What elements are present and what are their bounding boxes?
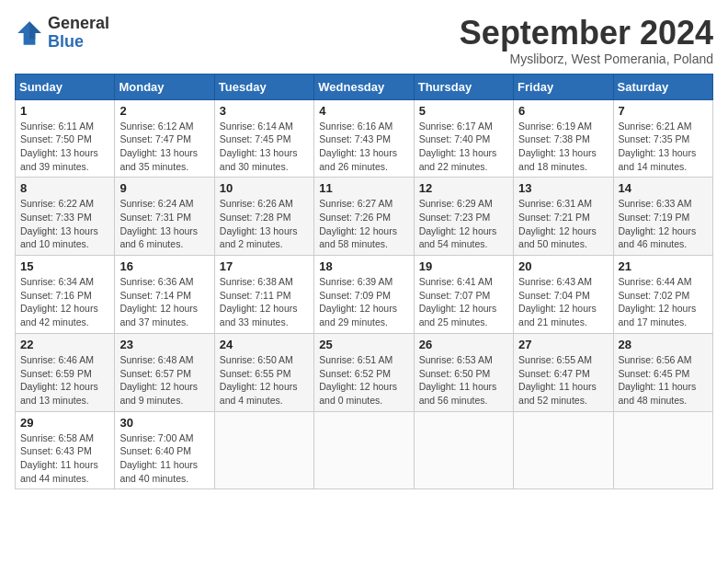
day-info: Sunrise: 6:12 AM Sunset: 7:47 PM Dayligh… — [119, 120, 209, 174]
day-info: Sunrise: 6:53 AM Sunset: 6:50 PM Dayligh… — [419, 353, 508, 408]
calendar-cell: 1Sunrise: 6:11 AM Sunset: 7:50 PM Daylig… — [16, 99, 115, 178]
day-number: 8 — [20, 181, 109, 195]
day-number: 28 — [619, 338, 708, 351]
calendar-cell: 23Sunrise: 6:48 AM Sunset: 6:57 PM Dayli… — [115, 333, 214, 411]
location-subtitle: Mysliborz, West Pomerania, Poland — [460, 52, 713, 66]
day-info: Sunrise: 6:50 AM Sunset: 6:55 PM Dayligh… — [220, 353, 309, 408]
logo-general: General — [48, 14, 109, 32]
weekday-header-tuesday: Tuesday — [214, 74, 313, 99]
day-info: Sunrise: 6:55 AM Sunset: 6:47 PM Dayligh… — [518, 353, 608, 408]
day-number: 11 — [319, 181, 408, 195]
day-info: Sunrise: 6:34 AM Sunset: 7:16 PM Dayligh… — [20, 275, 109, 329]
calendar-cell: 2Sunrise: 6:12 AM Sunset: 7:47 PM Daylig… — [115, 99, 214, 178]
day-info: Sunrise: 6:14 AM Sunset: 7:45 PM Dayligh… — [220, 120, 309, 174]
day-info: Sunrise: 6:22 AM Sunset: 7:33 PM Dayligh… — [20, 197, 109, 251]
calendar-body: 1Sunrise: 6:11 AM Sunset: 7:50 PM Daylig… — [16, 99, 713, 489]
calendar-header: SundayMondayTuesdayWednesdayThursdayFrid… — [16, 74, 713, 99]
calendar-cell: 11Sunrise: 6:27 AM Sunset: 7:26 PM Dayli… — [314, 178, 414, 256]
calendar-cell: 8Sunrise: 6:22 AM Sunset: 7:33 PM Daylig… — [16, 178, 115, 256]
day-info: Sunrise: 6:19 AM Sunset: 7:38 PM Dayligh… — [518, 120, 608, 174]
calendar-cell: 17Sunrise: 6:38 AM Sunset: 7:11 PM Dayli… — [214, 256, 313, 334]
day-number: 3 — [220, 104, 309, 118]
calendar-cell: 19Sunrise: 6:41 AM Sunset: 7:07 PM Dayli… — [414, 256, 513, 334]
day-info: Sunrise: 6:21 AM Sunset: 7:35 PM Dayligh… — [619, 120, 708, 174]
calendar-cell: 21Sunrise: 6:44 AM Sunset: 7:02 PM Dayli… — [613, 256, 712, 334]
calendar-week-1: 1Sunrise: 6:11 AM Sunset: 7:50 PM Daylig… — [16, 99, 713, 178]
day-info: Sunrise: 6:46 AM Sunset: 6:59 PM Dayligh… — [20, 353, 109, 408]
day-number: 26 — [419, 338, 508, 351]
day-info: Sunrise: 6:26 AM Sunset: 7:28 PM Dayligh… — [220, 197, 309, 251]
day-number: 22 — [20, 338, 109, 351]
day-info: Sunrise: 7:00 AM Sunset: 6:40 PM Dayligh… — [119, 431, 209, 486]
calendar-table: SundayMondayTuesdayWednesdayThursdayFrid… — [15, 74, 713, 490]
day-info: Sunrise: 6:11 AM Sunset: 7:50 PM Dayligh… — [20, 120, 109, 174]
month-title: September 2024 — [460, 15, 713, 52]
day-info: Sunrise: 6:27 AM Sunset: 7:26 PM Dayligh… — [319, 197, 408, 251]
logo: General Blue — [15, 15, 109, 52]
calendar-cell — [613, 411, 712, 489]
day-number: 1 — [20, 104, 109, 118]
weekday-header-friday: Friday — [514, 74, 613, 99]
calendar-cell: 27Sunrise: 6:55 AM Sunset: 6:47 PM Dayli… — [514, 333, 613, 411]
day-info: Sunrise: 6:16 AM Sunset: 7:43 PM Dayligh… — [319, 120, 408, 174]
day-info: Sunrise: 6:48 AM Sunset: 6:57 PM Dayligh… — [119, 353, 209, 408]
calendar-cell: 3Sunrise: 6:14 AM Sunset: 7:45 PM Daylig… — [214, 99, 313, 178]
calendar-week-5: 29Sunrise: 6:58 AM Sunset: 6:43 PM Dayli… — [16, 411, 713, 489]
day-info: Sunrise: 6:41 AM Sunset: 7:07 PM Dayligh… — [419, 275, 508, 329]
title-block: September 2024 Mysliborz, West Pomerania… — [460, 15, 713, 66]
calendar-cell: 20Sunrise: 6:43 AM Sunset: 7:04 PM Dayli… — [514, 256, 613, 334]
day-number: 20 — [518, 259, 608, 273]
calendar-cell: 6Sunrise: 6:19 AM Sunset: 7:38 PM Daylig… — [514, 99, 613, 178]
day-number: 12 — [419, 181, 508, 195]
day-info: Sunrise: 6:36 AM Sunset: 7:14 PM Dayligh… — [119, 275, 209, 329]
calendar-cell: 29Sunrise: 6:58 AM Sunset: 6:43 PM Dayli… — [16, 411, 115, 489]
calendar-cell: 18Sunrise: 6:39 AM Sunset: 7:09 PM Dayli… — [314, 256, 414, 334]
calendar-cell — [414, 411, 513, 489]
day-number: 15 — [20, 259, 109, 273]
calendar-cell: 24Sunrise: 6:50 AM Sunset: 6:55 PM Dayli… — [214, 333, 313, 411]
day-info: Sunrise: 6:17 AM Sunset: 7:40 PM Dayligh… — [419, 120, 508, 174]
calendar-cell: 28Sunrise: 6:56 AM Sunset: 6:45 PM Dayli… — [613, 333, 712, 411]
day-number: 29 — [20, 416, 109, 430]
calendar-cell: 30Sunrise: 7:00 AM Sunset: 6:40 PM Dayli… — [115, 411, 214, 489]
weekday-header-sunday: Sunday — [16, 74, 115, 99]
calendar-cell — [314, 411, 414, 489]
day-info: Sunrise: 6:43 AM Sunset: 7:04 PM Dayligh… — [518, 275, 608, 329]
day-number: 14 — [619, 181, 708, 195]
day-number: 21 — [619, 259, 708, 273]
day-info: Sunrise: 6:29 AM Sunset: 7:23 PM Dayligh… — [419, 197, 508, 251]
calendar-week-2: 8Sunrise: 6:22 AM Sunset: 7:33 PM Daylig… — [16, 178, 713, 256]
day-number: 27 — [518, 338, 608, 351]
weekday-row: SundayMondayTuesdayWednesdayThursdayFrid… — [16, 74, 713, 99]
calendar-cell: 5Sunrise: 6:17 AM Sunset: 7:40 PM Daylig… — [414, 99, 513, 178]
day-number: 18 — [319, 259, 408, 273]
calendar-week-3: 15Sunrise: 6:34 AM Sunset: 7:16 PM Dayli… — [16, 256, 713, 334]
day-number: 2 — [119, 104, 209, 118]
calendar-cell: 22Sunrise: 6:46 AM Sunset: 6:59 PM Dayli… — [16, 333, 115, 411]
day-number: 19 — [419, 259, 508, 273]
day-number: 23 — [119, 338, 209, 351]
day-number: 5 — [419, 104, 508, 118]
day-info: Sunrise: 6:38 AM Sunset: 7:11 PM Dayligh… — [220, 275, 309, 329]
day-number: 30 — [119, 416, 209, 430]
day-number: 16 — [119, 259, 209, 273]
weekday-header-thursday: Thursday — [414, 74, 513, 99]
page-header: General Blue September 2024 Mysliborz, W… — [15, 15, 713, 66]
logo-blue: Blue — [48, 32, 84, 51]
day-info: Sunrise: 6:24 AM Sunset: 7:31 PM Dayligh… — [119, 197, 209, 251]
day-number: 13 — [518, 181, 608, 195]
logo-icon — [15, 18, 44, 48]
calendar-cell: 13Sunrise: 6:31 AM Sunset: 7:21 PM Dayli… — [514, 178, 613, 256]
calendar-cell: 10Sunrise: 6:26 AM Sunset: 7:28 PM Dayli… — [214, 178, 313, 256]
calendar-week-4: 22Sunrise: 6:46 AM Sunset: 6:59 PM Dayli… — [16, 333, 713, 411]
day-number: 17 — [220, 259, 309, 273]
day-number: 10 — [220, 181, 309, 195]
calendar-cell: 4Sunrise: 6:16 AM Sunset: 7:43 PM Daylig… — [314, 99, 414, 178]
calendar-cell: 15Sunrise: 6:34 AM Sunset: 7:16 PM Dayli… — [16, 256, 115, 334]
day-number: 9 — [119, 181, 209, 195]
day-number: 25 — [319, 338, 408, 351]
day-info: Sunrise: 6:44 AM Sunset: 7:02 PM Dayligh… — [619, 275, 708, 329]
calendar-cell: 12Sunrise: 6:29 AM Sunset: 7:23 PM Dayli… — [414, 178, 513, 256]
calendar-cell: 7Sunrise: 6:21 AM Sunset: 7:35 PM Daylig… — [613, 99, 712, 178]
svg-marker-1 — [29, 21, 41, 39]
